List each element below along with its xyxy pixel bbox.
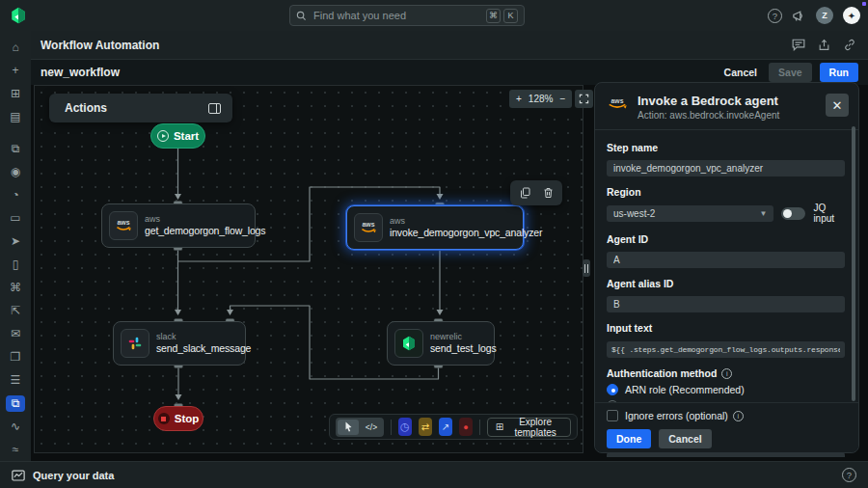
stop-node[interactable]: Stop (153, 406, 203, 431)
aws-icon: aws (109, 211, 138, 240)
sidebar-item-workflow-automation-icon[interactable]: ⧉ (6, 395, 25, 412)
record-icon[interactable]: ● (459, 418, 473, 436)
copy-link-icon[interactable] (843, 39, 856, 51)
region-value: us-west-2 (613, 208, 655, 219)
explore-templates-label: Explore templates (508, 417, 562, 438)
node-step-label: invoke_demogorgon_vpc_analyzer (390, 227, 542, 239)
sidebar-item-activity-icon[interactable]: ∿ (6, 419, 25, 435)
status-bar: Query your data ? (0, 461, 868, 488)
export-flow-icon[interactable]: ↗ (439, 418, 452, 436)
sidebar-item-browser-icon[interactable]: ▭ (6, 210, 25, 227)
panel-header: aws Invoke a Bedrock agent Action: aws.b… (595, 83, 858, 130)
node-get-demogorgon-flow-logs[interactable]: aws aws get_demogorgon_flow_logs (101, 203, 256, 248)
fit-to-screen-button[interactable] (575, 90, 593, 108)
status-help-icon[interactable]: ? (842, 468, 856, 482)
toolbar-divider (479, 420, 480, 435)
svg-text:aws: aws (611, 97, 624, 104)
done-button[interactable]: Done (607, 429, 651, 448)
jq-input-toggle[interactable] (781, 207, 805, 220)
help-icon[interactable]: ? (768, 9, 782, 23)
page-title: Workflow Automation (41, 39, 159, 52)
auth-option-arn-role[interactable]: ARN role (Recommended) (607, 384, 845, 395)
ignore-errors-checkbox[interactable] (607, 410, 618, 421)
sidebar-item-settings-icon[interactable]: ≈ (6, 442, 25, 458)
chevron-down-icon: ▼ (759, 209, 767, 218)
node-send-test-logs[interactable]: newrelic send_test_logs (387, 321, 495, 366)
duplicate-node-icon[interactable] (520, 187, 530, 199)
left-sidebar: ⌂ + ⊞ ▤ ⧉ ◉ ◔ ▭ ➤ ▯ ⌘ ⇱ ✉ ❐ ☰ ⧉ ∿ ≈ (0, 31, 31, 461)
shortcut-k-key: K (503, 9, 518, 23)
ai-assistant-icon[interactable]: ✦ (843, 7, 860, 24)
newrelic-logo-icon[interactable] (10, 7, 27, 24)
sidebar-item-dashboards-icon[interactable]: ◔ (6, 187, 25, 203)
save-button[interactable]: Save (769, 63, 812, 82)
page-header: Workflow Automation (31, 31, 868, 60)
svg-text:aws: aws (362, 221, 374, 228)
export-icon[interactable] (818, 39, 830, 51)
stop-icon (158, 413, 170, 424)
sidebar-item-alerts-icon[interactable]: ◉ (6, 164, 25, 180)
region-select[interactable]: us-west-2 ▼ (607, 205, 773, 222)
delete-node-icon[interactable] (543, 187, 554, 199)
run-button[interactable]: Run (820, 63, 858, 82)
sidebar-item-apm-icon[interactable]: ➤ (6, 233, 25, 250)
agent-id-input[interactable] (607, 252, 845, 268)
info-icon[interactable]: i (721, 368, 732, 379)
sidebar-item-command-center-icon[interactable]: ⌘ (6, 280, 25, 296)
panel-subtitle: Action: aws.bedrock.invokeAgent (637, 110, 779, 121)
step-name-input[interactable] (607, 160, 845, 176)
zoom-out-button[interactable]: − (559, 94, 565, 104)
panel-scrollbar[interactable] (852, 126, 855, 401)
play-icon (157, 130, 169, 142)
role-arn-input[interactable] (607, 452, 845, 457)
workflow-title: new_workflow (41, 66, 120, 79)
sidebar-item-apps-icon[interactable]: ⊞ (6, 86, 25, 102)
code-view-icon[interactable]: </> (361, 420, 382, 435)
sidebar-item-runbooks-icon[interactable]: ❐ (6, 349, 25, 366)
user-avatar[interactable]: Z (816, 7, 833, 24)
transform-icon[interactable]: ⇄ (419, 418, 432, 436)
sidebar-item-mobile-icon[interactable]: ▯ (6, 257, 25, 273)
sidebar-item-stacks-icon[interactable]: ☰ (6, 372, 25, 389)
sidebar-item-docs-icon[interactable]: ▤ (6, 109, 25, 125)
sidebar-item-screenshots-icon[interactable]: ⧉ (6, 141, 25, 157)
jq-input-label: JQ input (813, 203, 845, 224)
feedback-megaphone-icon[interactable] (792, 10, 806, 22)
global-search[interactable]: ⌘ K (289, 5, 525, 26)
node-service-label: slack (156, 332, 251, 342)
input-text-input[interactable] (607, 341, 845, 358)
workflow-canvas[interactable]: Actions + 128% − Sta (34, 85, 583, 453)
info-icon[interactable]: i (733, 411, 744, 421)
node-selection-toolbar (510, 180, 562, 205)
explore-templates-button[interactable]: ⊞ Explore templates (487, 418, 571, 437)
node-send-slack-message[interactable]: slack send_slack_message (113, 321, 246, 366)
zoom-in-button[interactable]: + (516, 94, 522, 104)
start-node[interactable]: Start (150, 123, 205, 149)
node-service-label: aws (145, 214, 265, 225)
panel-cancel-button[interactable]: Cancel (659, 429, 711, 448)
agent-alias-id-input[interactable] (607, 296, 845, 312)
notification-dot (862, 2, 866, 6)
newrelic-icon (394, 329, 423, 358)
ignore-errors-row[interactable]: Ignore errors (optional) i (607, 410, 847, 421)
node-service-label: newrelic (430, 332, 497, 342)
panel-collapse-icon[interactable] (208, 103, 221, 114)
panel-resize-handle[interactable] (583, 259, 590, 277)
search-input[interactable] (312, 9, 483, 22)
close-icon[interactable]: ✕ (826, 94, 849, 117)
workflow-edges (35, 86, 584, 454)
feedback-comment-icon[interactable] (792, 39, 805, 51)
cancel-workflow-button[interactable]: Cancel (720, 63, 761, 82)
sidebar-item-messages-icon[interactable]: ✉ (6, 326, 25, 342)
sidebar-item-add-icon[interactable]: + (6, 63, 25, 79)
select-tool-cursor-icon[interactable] (338, 420, 359, 435)
query-your-data-label[interactable]: Query your data (33, 470, 114, 481)
sidebar-item-share-icon[interactable]: ⇱ (6, 303, 25, 319)
node-invoke-demogorgon-vpc-analyzer[interactable]: aws aws invoke_demogorgon_vpc_analyzer (346, 205, 524, 250)
node-step-label: send_test_logs (430, 342, 497, 355)
actions-panel-title: Actions (65, 101, 107, 115)
agent-id-label: Agent ID (607, 233, 845, 245)
radio-selected-icon[interactable] (607, 384, 618, 395)
sidebar-item-home-icon[interactable]: ⌂ (6, 40, 25, 56)
schedule-trigger-icon[interactable]: ◷ (398, 418, 412, 436)
